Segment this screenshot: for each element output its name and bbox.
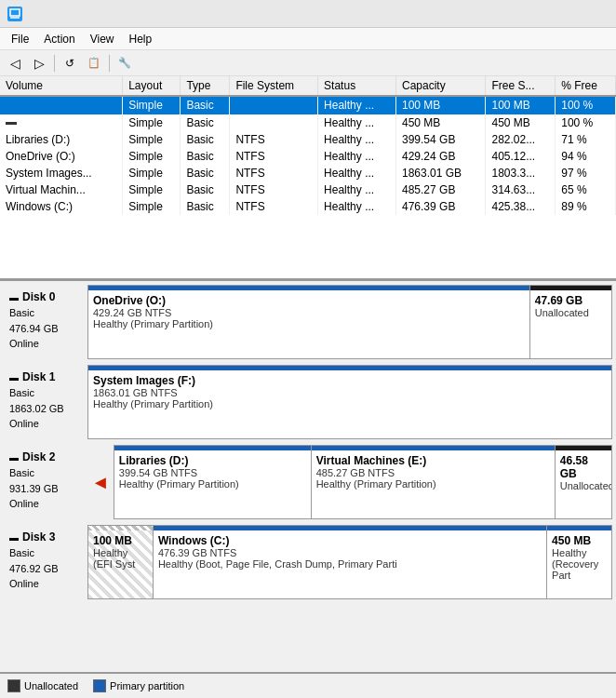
svg-rect-0 (10, 9, 20, 16)
table-row[interactable]: SimpleBasicHealthy ...450 MB450 MB100 % (0, 114, 616, 131)
table-cell: 100 % (556, 114, 616, 131)
partition-header (530, 286, 611, 290)
forward-button[interactable]: ▷ (28, 53, 50, 74)
disk-section: ▬ Disk 0 Basic 476.94 GB OnlineOneDrive … (0, 281, 616, 672)
col-status[interactable]: Status (318, 76, 396, 96)
table-cell: OneDrive (O:) (0, 148, 123, 165)
disk-row-2: ▬ Disk 2 Basic 931.39 GB Online◄Librarie… (4, 445, 612, 519)
disk-type: Basic (9, 545, 82, 561)
table-row[interactable]: SimpleBasicHealthy ...100 MB100 MB100 % (0, 96, 616, 114)
col-filesystem[interactable]: File System (230, 76, 318, 96)
back-button[interactable]: ◁ (4, 53, 26, 74)
partition-size: 429.24 GB NTFS (93, 307, 525, 318)
minimize-button[interactable] (480, 0, 523, 28)
col-layout[interactable]: Layout (123, 76, 181, 96)
col-pctfree[interactable]: % Free (556, 76, 616, 96)
table-row[interactable]: System Images...SimpleBasicNTFSHealthy .… (0, 165, 616, 181)
volume-table-section: Volume Layout Type File System Status Ca… (0, 76, 616, 281)
window-controls (480, 0, 609, 28)
partition-status: Healthy (Boot, Page File, Crash Dump, Pr… (158, 558, 542, 570)
partition[interactable]: 47.69 GBUnallocated (530, 286, 611, 358)
partition-name: Libraries (D:) (119, 454, 306, 467)
menu-help[interactable]: Help (122, 31, 160, 47)
disk-label-1: ▬ Disk 1 Basic 1863.02 GB Online (4, 365, 87, 439)
partition[interactable]: Virtual Machines (E:)485.27 GB NTFSHealt… (312, 446, 556, 518)
partition-name: 100 MB (93, 534, 148, 547)
disk-status: Online (9, 496, 82, 512)
disk-size: 476.92 GB (9, 561, 82, 577)
table-cell: Simple (123, 114, 181, 131)
table-row[interactable]: Virtual Machin...SimpleBasicNTFSHealthy … (0, 181, 616, 198)
legend-primary-box (93, 679, 106, 692)
partition[interactable]: System Images (F:)1863.01 GB NTFSHealthy… (88, 366, 611, 438)
partition-header (88, 366, 611, 370)
disk-size: 1863.02 GB (9, 401, 82, 417)
app-icon (7, 7, 22, 21)
table-row[interactable]: OneDrive (O:)SimpleBasicNTFSHealthy ...4… (0, 148, 616, 165)
table-cell: Simple (123, 181, 181, 198)
partition[interactable]: Libraries (D:)399.54 GB NTFSHealthy (Pri… (114, 446, 312, 518)
menu-action[interactable]: Action (36, 31, 82, 47)
maximize-button[interactable] (523, 0, 566, 28)
table-cell: 399.54 GB (396, 131, 486, 148)
col-free[interactable]: Free S... (486, 76, 556, 96)
col-capacity[interactable]: Capacity (396, 76, 486, 96)
disk-type: Basic (9, 305, 82, 321)
help-toolbar-button[interactable]: 🔧 (114, 53, 136, 74)
menu-view[interactable]: View (83, 31, 122, 47)
refresh-button[interactable]: ↺ (59, 53, 81, 74)
table-cell: 100 MB (486, 96, 556, 114)
partition[interactable]: 450 MBHealthy (Recovery Part (547, 526, 611, 598)
partition[interactable]: 46.58 GBUnallocated (556, 446, 611, 518)
table-cell: 450 MB (396, 114, 486, 131)
partition-status: Healthy (Primary Partition) (93, 398, 607, 409)
partition-size: 1863.01 GB NTFS (93, 387, 607, 398)
table-cell: Basic (181, 165, 230, 181)
disk-status: Online (9, 416, 82, 432)
table-cell: 94 % (556, 148, 616, 165)
partition[interactable]: OneDrive (O:)429.24 GB NTFSHealthy (Prim… (88, 286, 530, 358)
disk-name: ▬ Disk 0 (9, 289, 82, 305)
table-cell: Simple (123, 198, 181, 215)
partition-size: 399.54 GB NTFS (119, 467, 306, 478)
legend-unallocated-label: Unallocated (24, 680, 78, 691)
toolbar-separator-2 (109, 55, 110, 72)
title-bar-left (7, 7, 28, 21)
table-row[interactable]: Libraries (D:)SimpleBasicNTFSHealthy ...… (0, 131, 616, 148)
partition[interactable]: Windows (C:)476.39 GB NTFSHealthy (Boot,… (154, 526, 547, 598)
partition-name: Windows (C:) (158, 534, 542, 547)
table-cell: 282.02... (486, 131, 556, 148)
legend-unallocated-box (7, 679, 20, 692)
table-cell: 425.38... (486, 198, 556, 215)
partition-name: 46.58 GB (560, 454, 607, 480)
disk-row-3: ▬ Disk 3 Basic 476.92 GB Online100 MBHea… (4, 525, 612, 599)
title-bar (0, 0, 616, 28)
table-cell: 89 % (556, 198, 616, 215)
col-volume[interactable]: Volume (0, 76, 123, 96)
table-cell: 314.63... (486, 181, 556, 198)
col-type[interactable]: Type (181, 76, 230, 96)
table-cell: 65 % (556, 181, 616, 198)
table-row[interactable]: Windows (C:)SimpleBasicNTFSHealthy ...47… (0, 198, 616, 215)
table-cell (0, 96, 123, 114)
disk-partitions-1: System Images (F:)1863.01 GB NTFSHealthy… (87, 365, 612, 439)
menu-file[interactable]: File (4, 31, 36, 47)
disk-arrow-indicator: ◄ (87, 445, 114, 519)
table-header-row: Volume Layout Type File System Status Ca… (0, 76, 616, 96)
table-cell: Basic (181, 198, 230, 215)
toolbar-separator-1 (54, 55, 55, 72)
legend-bar: Unallocated Primary partition (0, 672, 616, 698)
partition[interactable]: 100 MBHealthy (EFI Syst (88, 526, 154, 598)
close-button[interactable] (566, 0, 609, 28)
table-cell: Simple (123, 96, 181, 114)
table-cell: System Images... (0, 165, 123, 181)
disk-size: 476.94 GB (9, 321, 82, 337)
table-cell (230, 96, 318, 114)
partition-size: 476.39 GB NTFS (158, 547, 542, 558)
partition-header (88, 286, 529, 290)
partition-status: Unallocated (535, 307, 607, 318)
table-cell: 429.24 GB (396, 148, 486, 165)
toolbar: ◁ ▷ ↺ 📋 🔧 (0, 50, 616, 76)
table-cell: Simple (123, 148, 181, 165)
properties-button[interactable]: 📋 (83, 53, 105, 74)
